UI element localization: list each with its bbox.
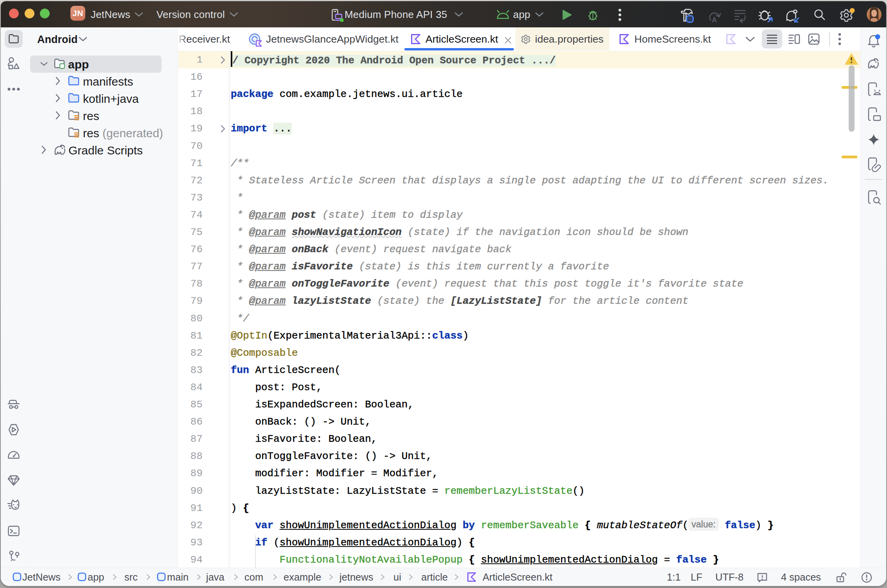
svg-text:A: A: [712, 16, 717, 23]
